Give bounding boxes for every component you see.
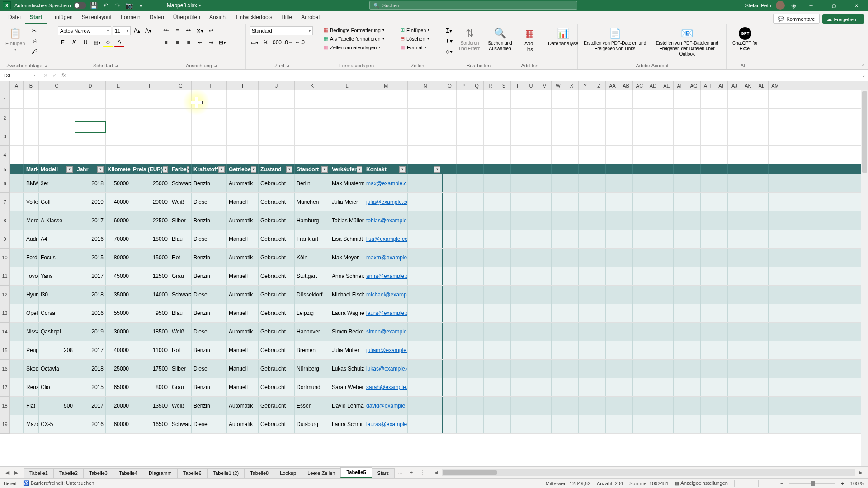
cell[interactable] — [457, 109, 470, 127]
cell[interactable] — [701, 415, 714, 433]
cell[interactable] — [484, 230, 497, 248]
menu-tab-datei[interactable]: Datei — [4, 11, 25, 24]
cell[interactable] — [741, 397, 755, 415]
cell[interactable] — [457, 164, 470, 174]
cell[interactable] — [470, 127, 484, 145]
cell[interactable]: Volkswagen — [24, 193, 39, 211]
share-button[interactable]: ☁ Freigeben ▾ — [822, 14, 864, 24]
cell[interactable]: David Lehmann — [330, 397, 364, 415]
cell[interactable]: Stuttgart — [295, 267, 330, 285]
align-top-icon[interactable]: ⬴ — [161, 26, 171, 35]
cell[interactable] — [470, 193, 484, 211]
cell[interactable] — [579, 323, 592, 341]
cell[interactable] — [552, 249, 565, 267]
column-header[interactable]: M — [364, 81, 408, 90]
cell[interactable] — [741, 323, 755, 341]
cell[interactable] — [687, 109, 701, 127]
undo-icon[interactable]: ↶ — [102, 1, 110, 9]
cell[interactable]: Gebraucht — [259, 286, 295, 304]
cell[interactable] — [646, 323, 660, 341]
sort-filter-button[interactable]: ⇅ Sortieren und Filtern — [457, 26, 483, 52]
cell[interactable] — [552, 378, 565, 396]
cell[interactable] — [538, 249, 552, 267]
cell[interactable] — [579, 146, 592, 164]
cell[interactable] — [295, 127, 330, 145]
cell[interactable] — [741, 127, 755, 145]
cell[interactable]: Frankfurt — [295, 230, 330, 248]
cell[interactable]: 2017 — [75, 211, 106, 230]
page-break-view-icon[interactable] — [765, 480, 774, 487]
cell[interactable]: 22500 — [131, 211, 170, 230]
cell[interactable]: 16500 — [131, 415, 170, 433]
cell[interactable] — [524, 267, 538, 285]
cell[interactable] — [592, 230, 606, 248]
cell[interactable] — [227, 109, 259, 127]
normal-view-icon[interactable] — [734, 480, 743, 487]
cell[interactable] — [674, 109, 687, 127]
cell[interactable]: Gebraucht — [259, 341, 295, 359]
row-header[interactable]: 6 — [0, 174, 10, 193]
row-header[interactable]: 10 — [0, 249, 10, 267]
cell[interactable] — [443, 230, 457, 248]
cell[interactable] — [728, 127, 741, 145]
filter-dropdown-icon[interactable]: ▾ — [251, 166, 256, 173]
email-link[interactable]: sarah@example.com — [364, 378, 408, 396]
cell[interactable] — [565, 341, 579, 359]
fill-icon[interactable]: ⬇▾ — [444, 37, 454, 46]
cell[interactable] — [741, 109, 755, 127]
column-header[interactable]: V — [538, 81, 552, 90]
cell[interactable] — [552, 90, 565, 108]
column-header[interactable]: G — [170, 81, 192, 90]
cell[interactable] — [552, 211, 565, 230]
cell[interactable] — [592, 211, 606, 230]
zoom-level[interactable]: 100 % — [850, 481, 864, 486]
cell[interactable] — [606, 127, 619, 145]
cell[interactable] — [646, 211, 660, 230]
cell[interactable] — [714, 360, 728, 378]
cell[interactable] — [131, 146, 170, 164]
cell[interactable] — [606, 415, 619, 433]
align-bottom-icon[interactable]: ⬵ — [184, 26, 193, 35]
cell[interactable]: Max Meyer — [330, 249, 364, 267]
cell[interactable] — [741, 415, 755, 433]
cell[interactable] — [674, 360, 687, 378]
cell[interactable] — [741, 360, 755, 378]
cell[interactable] — [660, 146, 674, 164]
cell[interactable]: Julia Meier — [330, 193, 364, 211]
menu-tab-einfügen[interactable]: Einfügen — [47, 11, 77, 24]
cell[interactable] — [565, 164, 579, 174]
zoom-in-icon[interactable]: + — [841, 481, 844, 486]
cell[interactable] — [701, 378, 714, 396]
cell[interactable] — [408, 397, 443, 415]
cell[interactable]: Renault — [24, 378, 39, 396]
cell[interactable] — [484, 109, 497, 127]
cell[interactable] — [592, 127, 606, 145]
cell[interactable]: 25000 — [106, 360, 131, 378]
cell[interactable] — [619, 415, 633, 433]
cell[interactable]: Gebraucht — [259, 378, 295, 396]
cell[interactable] — [741, 267, 755, 285]
cell[interactable]: Automatik — [227, 211, 259, 230]
cell[interactable]: Verkäufer▾ — [330, 164, 364, 174]
cell[interactable] — [457, 360, 470, 378]
cell[interactable] — [524, 146, 538, 164]
cell[interactable] — [484, 174, 497, 192]
dialog-launcher-icon[interactable]: ◢ — [286, 63, 289, 68]
cell[interactable] — [565, 397, 579, 415]
cell[interactable] — [484, 267, 497, 285]
cell[interactable] — [660, 164, 674, 174]
cells-area[interactable]: Marke▾Modell▾Jahr▾Kilometerstand▾Preis (… — [10, 90, 868, 434]
cell[interactable] — [524, 249, 538, 267]
cell[interactable]: 80000 — [106, 249, 131, 267]
cell[interactable] — [538, 286, 552, 304]
menu-tab-acrobat[interactable]: Acrobat — [297, 11, 324, 24]
cell[interactable] — [592, 146, 606, 164]
cell[interactable] — [769, 249, 782, 267]
cell[interactable] — [552, 267, 565, 285]
cell[interactable]: Sarah Weber — [330, 378, 364, 396]
cell[interactable] — [660, 323, 674, 341]
cell[interactable]: Farbe▾ — [170, 164, 192, 174]
cell[interactable] — [565, 109, 579, 127]
cell[interactable] — [443, 174, 457, 192]
cell[interactable]: Automatik — [227, 174, 259, 192]
